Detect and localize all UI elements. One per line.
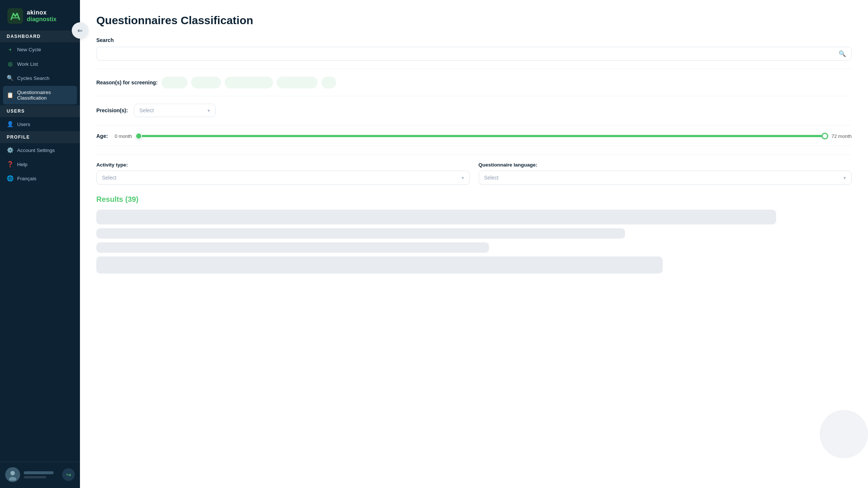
divider-1 <box>96 69 852 69</box>
akinox-logo-icon <box>7 8 23 24</box>
sidebar-item-questionnaires[interactable]: 📋 Questionnaires Classification <box>3 86 77 104</box>
translate-icon: 🌐 <box>7 175 13 182</box>
search-label: Search <box>96 37 852 43</box>
sidebar-item-new-cycle[interactable]: ＋ New Cycle <box>0 42 80 57</box>
age-slider-thumb-left[interactable] <box>135 133 142 139</box>
precision-select[interactable]: Select ▾ <box>134 104 216 117</box>
user-name-bar <box>24 471 54 474</box>
reason-chip-4[interactable] <box>277 77 318 88</box>
activity-type-label: Activity type: <box>96 162 470 168</box>
language-value: Select <box>484 175 499 181</box>
results-label: Results <box>96 195 123 203</box>
precision-label: Precision(s): <box>96 107 128 113</box>
avatar <box>5 467 20 482</box>
skeleton-row-2 <box>96 228 625 239</box>
search-sidebar-icon: 🔍 <box>7 75 13 81</box>
precision-row: Precision(s): Select ▾ <box>96 104 852 117</box>
sidebar-footer: ↪ <box>0 462 80 488</box>
logo-area: akinox diagnostix <box>0 0 80 30</box>
logo-text: akinox diagnostix <box>27 9 57 22</box>
filter-row: Activity type: Select ▾ Questionnaire la… <box>96 162 852 185</box>
age-max-value: 72 month <box>832 133 852 139</box>
age-slider-thumb-right[interactable] <box>822 133 828 139</box>
brand-bottom: diagnostix <box>27 16 57 23</box>
reason-chip-1[interactable] <box>161 77 187 88</box>
dashboard-section-label: DASHBOARD <box>0 30 80 42</box>
sidebar: akinox diagnostix ⇐ DASHBOARD ＋ New Cycl… <box>0 0 80 488</box>
profile-section-label: PROFILE <box>0 131 80 143</box>
users-label: Users <box>17 122 30 127</box>
sidebar-item-account-settings[interactable]: ⚙️ Account Settings <box>0 143 80 157</box>
reasons-row: Reason(s) for screening: <box>96 77 852 88</box>
activity-type-select[interactable]: Select ▾ <box>96 171 470 185</box>
gear-icon: ⚙️ <box>7 147 13 153</box>
svg-point-1 <box>10 471 15 475</box>
user-info <box>24 471 58 478</box>
questionnaires-label: Questionnaires Classification <box>17 90 73 101</box>
activity-type-col: Activity type: Select ▾ <box>96 162 470 185</box>
brand-top: akinox <box>27 9 57 16</box>
age-label: Age: <box>96 133 108 139</box>
divider-3 <box>96 125 852 126</box>
search-icon: 🔍 <box>839 50 846 57</box>
language-label: Questionnaire language: <box>479 162 852 168</box>
precision-select-value: Select <box>139 107 154 113</box>
avatar-image <box>7 469 19 481</box>
decorative-circle <box>820 410 868 458</box>
main-content: Questionnaires Classification Search 🔍 R… <box>80 0 868 488</box>
help-label: Help <box>17 162 28 167</box>
user-role-bar <box>24 476 46 478</box>
back-arrow-icon: ⇐ <box>77 27 83 35</box>
users-section-label: USERS <box>0 105 80 117</box>
reason-chip-5[interactable] <box>321 77 336 88</box>
help-icon: ❓ <box>7 161 13 168</box>
results-count: (39) <box>125 195 139 203</box>
page-title: Questionnaires Classification <box>96 14 852 27</box>
logout-button[interactable]: ↪ <box>62 468 75 481</box>
users-icon: 👤 <box>7 121 13 127</box>
back-button[interactable]: ⇐ <box>72 22 88 39</box>
activity-type-value: Select <box>102 175 116 181</box>
language-chevron-icon: ▾ <box>843 175 846 181</box>
sidebar-item-help[interactable]: ❓ Help <box>0 157 80 171</box>
precision-chevron-icon: ▾ <box>208 108 210 113</box>
age-slider-track[interactable] <box>139 135 825 137</box>
sidebar-item-francais[interactable]: 🌐 Français <box>0 171 80 185</box>
circle-check-icon: ◎ <box>7 61 13 67</box>
search-input[interactable] <box>102 51 839 57</box>
cycles-search-label: Cycles Search <box>17 75 49 81</box>
language-col: Questionnaire language: Select ▾ <box>479 162 852 185</box>
logout-icon: ↪ <box>66 471 71 478</box>
sidebar-item-work-list[interactable]: ◎ Work List <box>0 57 80 71</box>
doc-icon: 📋 <box>7 92 13 98</box>
skeleton-row-3 <box>96 242 489 253</box>
new-cycle-label: New Cycle <box>17 47 41 52</box>
reason-chip-2[interactable] <box>191 77 221 88</box>
divider-2 <box>96 96 852 96</box>
age-row: Age: 0 month 72 month <box>96 133 852 146</box>
svg-point-2 <box>9 477 16 481</box>
back-button-wrapper: ⇐ <box>72 22 88 39</box>
search-bar: 🔍 <box>96 47 852 61</box>
reason-chip-3[interactable] <box>225 77 273 88</box>
divider-4 <box>96 154 852 155</box>
skeleton-row-4 <box>96 256 663 274</box>
reasons-label: Reason(s) for screening: <box>96 80 158 85</box>
language-select[interactable]: Select ▾ <box>479 171 852 185</box>
francais-label: Français <box>17 176 36 181</box>
account-settings-label: Account Settings <box>17 148 55 153</box>
sidebar-item-users[interactable]: 👤 Users <box>0 117 80 131</box>
work-list-label: Work List <box>17 61 38 67</box>
plus-icon: ＋ <box>7 46 13 53</box>
sidebar-item-cycles-search[interactable]: 🔍 Cycles Search <box>0 71 80 85</box>
age-min-value: 0 month <box>115 133 132 139</box>
skeleton-row-1 <box>96 210 776 224</box>
results-title: Results (39) <box>96 195 852 204</box>
activity-chevron-icon: ▾ <box>462 175 464 181</box>
